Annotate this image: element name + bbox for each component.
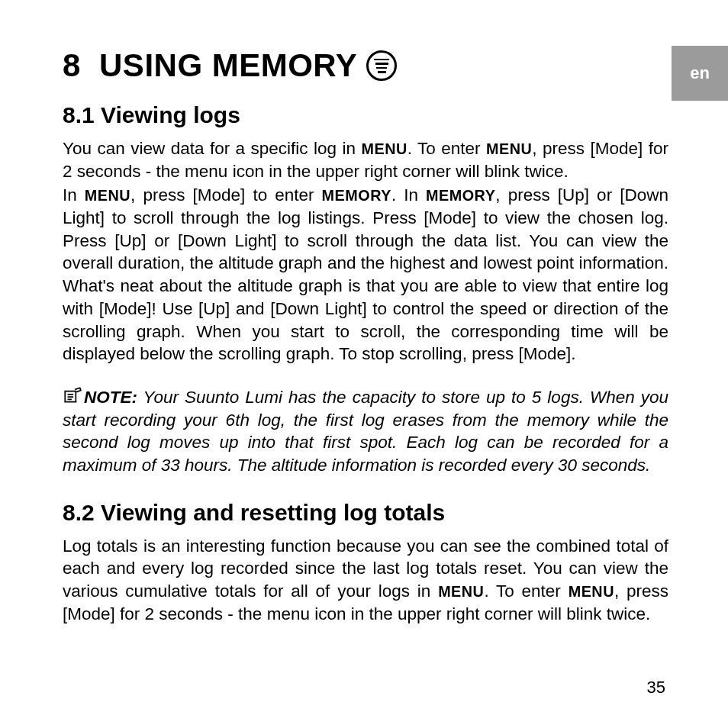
language-tab: en	[672, 46, 728, 101]
menu-smallcaps: MENU	[569, 583, 614, 600]
paragraph: You can view data for a specific log in …	[63, 137, 668, 182]
section-heading-8-2: 8.2 Viewing and resetting log totals	[63, 500, 668, 526]
menu-smallcaps: MENU	[85, 187, 130, 204]
memory-smallcaps: MEMORY	[322, 187, 391, 204]
section-8-2-body: Log totals is an interesting function be…	[63, 535, 668, 626]
paragraph: In MENU, press [Mode] to enter MEMORY. I…	[63, 184, 668, 366]
section-8-1-body: You can view data for a specific log in …	[63, 137, 668, 366]
memory-icon	[366, 50, 397, 81]
page-number: 35	[647, 678, 665, 697]
chapter-heading: 8 USING MEMORY	[63, 47, 668, 84]
manual-page: en 8 USING MEMORY 8.1 Viewing logs You c…	[0, 0, 728, 728]
memory-smallcaps: MEMORY	[426, 187, 495, 204]
menu-smallcaps: MENU	[486, 140, 532, 157]
chapter-number: 8	[63, 47, 90, 84]
menu-smallcaps: MENU	[362, 140, 407, 157]
note-label: NOTE:	[84, 388, 137, 407]
section-heading-8-1: 8.1 Viewing logs	[63, 102, 668, 128]
chapter-title: USING MEMORY	[99, 47, 357, 84]
note-icon	[63, 385, 82, 405]
paragraph: Log totals is an interesting function be…	[63, 535, 668, 626]
note-block: NOTE: Your Suunto Lumi has the capacity …	[63, 385, 668, 477]
menu-smallcaps: MENU	[438, 583, 484, 600]
note-text: Your Suunto Lumi has the capacity to sto…	[63, 388, 668, 475]
